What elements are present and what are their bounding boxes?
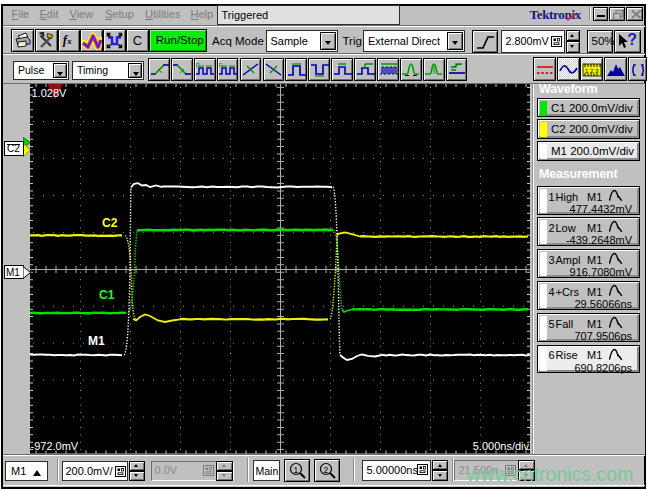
svg-text:1: 1 (294, 464, 299, 474)
svg-text:2: 2 (323, 464, 328, 474)
svg-text:1 2 3: 1 2 3 (585, 67, 599, 73)
